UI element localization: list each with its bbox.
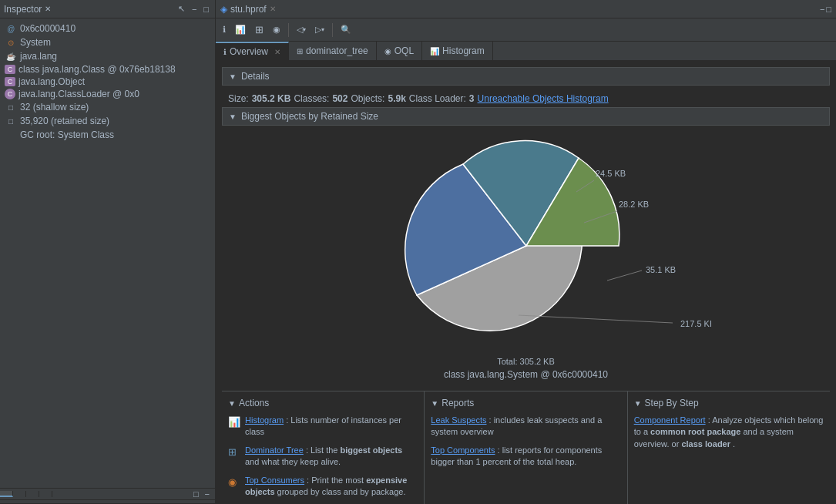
actions-section: ▼ Actions 📊 Histogram : Lists number of … [222, 391, 425, 504]
inspector-close-icon[interactable]: ✕ [45, 5, 51, 13]
actions-title: Actions [239, 398, 269, 408]
tree-item-retained-size[interactable]: □ 35,920 (retained size) [0, 114, 215, 128]
classloader-label: Class Loader: [409, 93, 466, 104]
component-report-link[interactable]: Component Report [634, 415, 706, 425]
tree-item-shallow-size[interactable]: □ 32 (shallow size) [0, 100, 215, 114]
tab-class-hierarchy[interactable] [26, 491, 39, 497]
pie-chart: 217.5 KB 35.1 KB 28.2 KB 24.5 KB [341, 138, 711, 354]
nav-fwd-icon: ▷ [315, 25, 321, 35]
inspector-header-actions: ↖ − □ [176, 3, 211, 15]
tree-item-classloader[interactable]: C java.lang.ClassLoader @ 0x0 [0, 88, 215, 100]
consumers-action-text2: grouped by class and by package. [277, 487, 406, 496]
overview-tab-label: Overview [230, 46, 268, 57]
actions-section-header[interactable]: ▼ Actions [228, 398, 418, 408]
dominator-tab-icon: ⊞ [297, 47, 303, 55]
bottom-expand-btn[interactable]: □ [191, 489, 201, 499]
right-panel-header: ◈ stu.hprof ✕ − □ [216, 0, 836, 18]
dominator-action-bold: biggest objects [341, 445, 403, 455]
biggest-objects-section-header[interactable]: ▼ Biggest Objects by Retained Size [222, 107, 830, 126]
overview-tab-icon: ℹ [223, 48, 227, 56]
bottom-left-panel: □ − [0, 488, 215, 504]
step-component-report: Component Report : Analyze objects which… [634, 415, 824, 450]
overview-tab-close[interactable]: ✕ [274, 48, 280, 56]
class-icon-1: C [5, 65, 15, 74]
action-consumers: ◉ Top Consumers : Print the most expensi… [228, 475, 418, 499]
top-components-link[interactable]: Top Components [431, 445, 495, 455]
consumers-action-link[interactable]: Top Consumers [245, 475, 304, 485]
details-arrow-icon: ▼ [229, 72, 237, 81]
app-container: Inspector ✕ ↖ − □ @ 0x6c0000410 ⊙ System [0, 0, 836, 504]
content-area: ▼ Details Size: 305.2 KB Classes: 502 Ob… [216, 61, 836, 504]
step-by-step-section: ▼ Step By Step Component Report : Analyz… [628, 391, 830, 504]
shallow-size-icon: □ [5, 101, 17, 113]
consumers-action-icon: ◉ [228, 475, 240, 488]
inspector-header: Inspector ✕ ↖ − □ [0, 0, 215, 18]
tree-item-java-object[interactable]: C java.lang.Object [0, 76, 215, 88]
tab-overview[interactable]: ℹ Overview ✕ [216, 42, 289, 60]
tree-item-java-lang-text: java.lang [20, 51, 57, 62]
reports-arrow-icon: ▼ [431, 399, 438, 408]
search-icon: 🔍 [341, 25, 351, 35]
biggest-objects-arrow-icon: ▼ [229, 113, 237, 121]
toolbar-chart-btn[interactable]: 📊 [231, 22, 250, 37]
address-icon: @ [5, 22, 17, 35]
size-label: Size: [228, 93, 249, 104]
tree-item-retained-size-text: 35,920 (retained size) [20, 116, 109, 126]
toolbar-obj-btn[interactable]: ◉ [269, 22, 284, 37]
oql-tab-label: OQL [394, 45, 414, 56]
histogram-action-icon: 📊 [228, 415, 240, 428]
tree-item-address-text: 0x6c0000410 [20, 23, 76, 34]
step-title: Step By Step [645, 398, 699, 408]
unreachable-link[interactable]: Unreachable Objects Histogram [478, 93, 609, 104]
tree-item-class-javalang-text: class java.lang.Class @ 0x76eb18138 [18, 64, 176, 75]
inspector-maximize-btn[interactable]: □ [201, 3, 211, 15]
tree-item-gc-root[interactable]: GC root: System Class [0, 128, 215, 142]
step-section-header[interactable]: ▼ Step By Step [634, 398, 824, 408]
classloader-value: 3 [469, 93, 475, 104]
toolbar-nav-fwd-btn[interactable]: ▷ ▾ [311, 22, 328, 37]
reports-section-header[interactable]: ▼ Reports [431, 398, 620, 408]
classes-value: 502 [332, 93, 347, 104]
tab-attributes[interactable] [13, 491, 26, 497]
tree-item-class-javalang[interactable]: C class java.lang.Class @ 0x76eb18138 [0, 63, 215, 76]
chart-label-217: 217.5 KB [680, 319, 711, 328]
consumers-action-text: : Print the most [307, 475, 364, 485]
toolbar-nav-back-btn[interactable]: ◁ ▾ [293, 22, 310, 37]
dominator-action-link[interactable]: Dominator Tree [245, 445, 304, 455]
file-icon: ◈ [220, 4, 227, 15]
inspector-tree: @ 0x6c0000410 ⊙ System ☕ java.lang C cla… [0, 18, 215, 488]
tree-item-java-lang[interactable]: ☕ java.lang [0, 49, 215, 63]
chart-label-35: 35.1 KB [646, 265, 676, 274]
inspector-minimize-btn[interactable]: − [190, 3, 199, 15]
obj-icon: ◉ [273, 25, 280, 35]
tree-item-shallow-size-text: 32 (shallow size) [20, 102, 89, 113]
toolbar-info-btn[interactable]: ℹ [219, 22, 230, 37]
classloader-icon: C [5, 89, 15, 99]
col-type [0, 500, 72, 504]
bottom-collapse-btn[interactable]: − [203, 489, 212, 499]
toolbar-table-btn[interactable]: ⊞ [251, 22, 267, 38]
classes-label: Classes: [294, 93, 329, 104]
size-value: 305.2 KB [252, 93, 291, 104]
toolbar-search-btn[interactable]: 🔍 [337, 22, 355, 37]
right-maximize-btn[interactable]: □ [826, 5, 831, 14]
leak-suspects-link[interactable]: Leak Suspects [431, 415, 486, 425]
chart-label-28: 28.2 KB [619, 200, 649, 209]
inspector-back-btn[interactable]: ↖ [176, 3, 187, 15]
details-section-header[interactable]: ▼ Details [222, 67, 830, 86]
tab-statics[interactable] [0, 491, 13, 497]
tab-dominator-tree[interactable]: ⊞ dominator_tree [289, 42, 377, 60]
class-label: class java.lang.System @ 0x6c0000410 [444, 366, 608, 383]
right-minimize-btn[interactable]: − [820, 5, 824, 14]
tree-item-system[interactable]: ⊙ System [0, 35, 215, 49]
tab-oql[interactable]: ◉ OQL [377, 42, 422, 60]
right-panel-header-btns: − □ [820, 5, 831, 14]
tab-value[interactable] [39, 491, 52, 497]
tab-histogram[interactable]: 📊 Histogram [422, 42, 493, 60]
inspector-title: Inspector [4, 4, 42, 15]
histogram-action-link[interactable]: Histogram [245, 415, 284, 425]
actions-arrow-icon: ▼ [228, 399, 236, 408]
tree-item-address[interactable]: @ 0x6c0000410 [0, 22, 215, 35]
left-panel: Inspector ✕ ↖ − □ @ 0x6c0000410 ⊙ System [0, 0, 216, 504]
right-panel-close-icon[interactable]: ✕ [270, 5, 276, 13]
